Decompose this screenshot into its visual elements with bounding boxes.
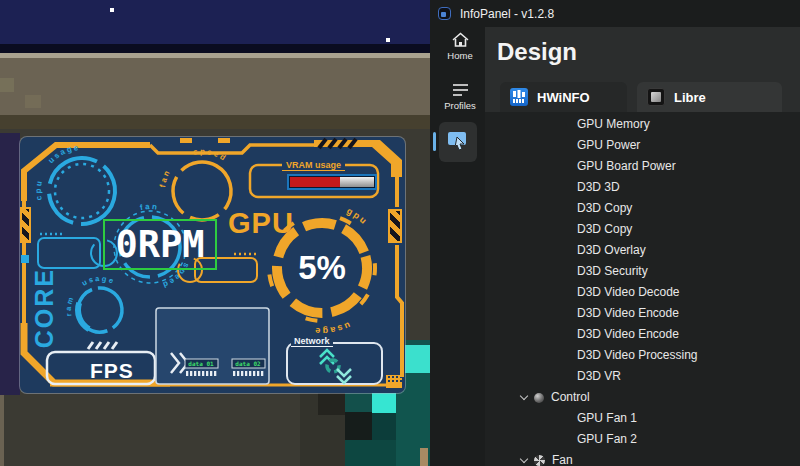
gpu-usage-label: usage xyxy=(313,320,352,336)
libre-icon xyxy=(647,88,665,106)
gpu-card-box[interactable] xyxy=(156,308,269,384)
teal-block xyxy=(372,413,396,440)
tree-group-label: Control xyxy=(551,387,590,408)
hazard-stripes-right xyxy=(388,209,402,243)
tree-item[interactable]: D3D Overlay xyxy=(485,240,800,261)
tab-label: HWiNFO xyxy=(537,90,590,105)
data-module-2-label: data 02 xyxy=(235,360,261,367)
tree-item-label: D3D Video Encode xyxy=(577,327,679,341)
ram-gauge-label: ram usage xyxy=(64,274,117,317)
design-icon xyxy=(447,131,469,153)
diamond-block xyxy=(405,345,430,373)
network-label[interactable]: Network xyxy=(291,336,333,347)
app-icon xyxy=(438,7,451,20)
tree-item[interactable]: D3D Video Decode xyxy=(485,282,800,303)
terrain-edge xyxy=(0,395,4,466)
tree-group-fan[interactable]: Fan xyxy=(485,450,800,466)
dark-block xyxy=(345,412,372,440)
night-sky xyxy=(0,0,430,44)
star-pixel xyxy=(110,8,114,12)
vram-bar-rest xyxy=(340,177,374,187)
tree-item[interactable]: D3D Security xyxy=(485,261,800,282)
terrain-band xyxy=(0,58,430,115)
sidebar-item-home[interactable]: Home xyxy=(438,31,482,61)
tree-group-control[interactable]: Control xyxy=(485,387,800,408)
tree-item[interactable]: GPU Fan 1 xyxy=(485,408,800,429)
teal-block xyxy=(345,440,396,466)
tree-item[interactable]: GPU Power xyxy=(485,135,800,156)
tree-item[interactable]: D3D Copy xyxy=(485,198,800,219)
hazard-stripes-left xyxy=(20,207,31,243)
home-icon xyxy=(451,31,470,48)
tree-item[interactable]: D3D Video Encode xyxy=(485,324,800,345)
sidebar-item-design[interactable] xyxy=(439,122,477,162)
stone-block xyxy=(318,390,345,415)
svg-text:usage: usage xyxy=(313,320,352,336)
tree-item[interactable]: GPU Memory xyxy=(485,114,800,135)
tree-item-label: D3D Copy xyxy=(577,222,632,236)
sidebar-item-profiles[interactable]: Profiles xyxy=(438,82,482,111)
chevron-down-icon xyxy=(520,391,528,399)
tree-item[interactable]: D3D Video Encode xyxy=(485,303,800,324)
gpu-title-widget[interactable]: GPU xyxy=(228,207,294,240)
svg-text:ram usage: ram usage xyxy=(64,274,117,317)
vram-bar-fill xyxy=(290,177,340,187)
sphere-icon xyxy=(534,393,544,403)
tab-label: Libre xyxy=(674,90,706,105)
tree-item-label: GPU Fan 1 xyxy=(577,411,637,425)
terrain-block xyxy=(0,78,14,92)
tree-item-label: D3D Video Encode xyxy=(577,306,679,320)
upload-chevrons-icon xyxy=(320,350,334,364)
profiles-icon xyxy=(451,82,470,98)
page-title: Design xyxy=(497,38,577,66)
tree-item[interactable]: D3D Copy xyxy=(485,219,800,240)
grid-corner-decor xyxy=(386,375,402,388)
nav-selection-indicator xyxy=(433,132,436,151)
window-title: InfoPanel - v1.2.8 xyxy=(460,7,554,21)
tree-item[interactable]: D3D Video Processing xyxy=(485,345,800,366)
tree-item-label: GPU Power xyxy=(577,138,640,152)
tree-item[interactable]: D3D VR xyxy=(485,366,800,387)
tree-item-label: GPU Memory xyxy=(577,117,650,131)
fan-rpm-value-widget[interactable]: 0RPM xyxy=(103,219,217,270)
terrain-block xyxy=(25,95,41,108)
tree-item-label: D3D Security xyxy=(577,264,648,278)
tree-item-label: GPU Fan 2 xyxy=(577,432,637,446)
tab-hwinfo[interactable]: HWiNFO xyxy=(500,82,627,112)
sensor-tree: GPU Memory GPU Power GPU Board Power D3D… xyxy=(485,112,800,466)
tree-item-label: D3D Overlay xyxy=(577,243,646,257)
sidebar-item-label: Home xyxy=(438,50,482,61)
tree-item-label: D3D Video Decode xyxy=(577,285,680,299)
vram-usage-label[interactable]: VRAM usage xyxy=(282,160,345,171)
download-chevrons-icon xyxy=(337,369,351,383)
terrain-band xyxy=(0,115,430,129)
tree-item-label: D3D Video Processing xyxy=(577,348,698,362)
title-bar[interactable]: InfoPanel - v1.2.8 xyxy=(430,0,800,27)
tree-item[interactable]: GPU Fan 2 xyxy=(485,429,800,450)
gpu-usage-value-widget[interactable]: 5% xyxy=(274,249,370,287)
star-pixel xyxy=(386,38,390,42)
tree-item-label: D3D Copy xyxy=(577,201,632,215)
fps-label-widget[interactable]: FPS xyxy=(90,359,134,383)
tree-item[interactable]: GPU Board Power xyxy=(485,156,800,177)
tree-item-label: GPU Board Power xyxy=(577,159,676,173)
core-label-widget[interactable]: CORE xyxy=(30,268,59,348)
fan-icon xyxy=(534,455,545,466)
diamond-block xyxy=(372,390,396,413)
data-module-1-label: data 01 xyxy=(188,360,214,367)
hwinfo-icon xyxy=(510,88,528,106)
horizon-band xyxy=(0,44,430,53)
shadow-strip xyxy=(0,133,20,395)
tree-item-label: D3D VR xyxy=(577,369,621,383)
design-preview-panel[interactable]: cpu usage fan speed fan speed xyxy=(20,137,405,393)
tree-group-label: Fan xyxy=(552,450,573,466)
tab-libre[interactable]: Libre xyxy=(637,82,782,112)
tree-item-label: D3D 3D xyxy=(577,180,620,194)
svg-text:fan: fan xyxy=(139,202,159,212)
chevron-down-icon xyxy=(520,454,528,462)
sidebar-item-label: Profiles xyxy=(438,100,482,111)
tree-item[interactable]: D3D 3D xyxy=(485,177,800,198)
dirt-block xyxy=(420,448,428,466)
screen: cpu usage fan speed fan speed xyxy=(0,0,800,466)
fan-gauge-label: fan xyxy=(139,202,159,212)
